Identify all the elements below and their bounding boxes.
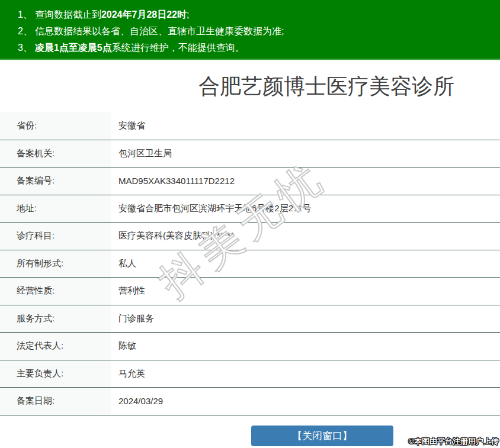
table-row-address: 地址: 安徽省合肥市包河区滨湖环宇天地6号楼2层211号: [0, 195, 500, 223]
field-label: 经营性质:: [0, 278, 111, 305]
record-table: 省份: 安徽省 备案机关: 包河区卫生局 备案编号: MAD95XAK33401…: [0, 112, 500, 415]
field-label: 服务方式:: [0, 305, 111, 333]
field-label: 诊疗科目:: [0, 223, 111, 250]
table-row-province: 省份: 安徽省: [0, 112, 500, 140]
table-row-registration-number: 备案编号: MAD95XAK334011117D2212: [0, 167, 500, 195]
page-title: 合肥艺颜博士医疗美容诊所: [153, 60, 500, 112]
field-value: 马允英: [111, 360, 500, 388]
notice-banner: 1、查询数据截止到2024年7月28日22时; 2、信息数据结果以各省、自治区、…: [0, 0, 500, 60]
table-row-principal-person: 主要负责人: 马允英: [0, 360, 500, 388]
field-value: 门诊服务: [111, 305, 500, 333]
notice-text: ;: [187, 9, 189, 20]
field-value: 安徽省合肥市包河区滨湖环宇天地6号楼2层211号: [111, 195, 500, 223]
field-value: 陈敏: [111, 333, 500, 360]
notice-text-bold: 凌晨1点至凌晨5点: [35, 43, 112, 53]
field-value: 医疗美容科(美容皮肤科)******: [111, 223, 500, 250]
notice-text: 查询数据截止到: [35, 9, 101, 20]
table-row-diagnosis-subjects: 诊疗科目: 医疗美容科(美容皮肤科)******: [0, 223, 500, 250]
field-label: 省份:: [0, 112, 111, 140]
field-label: 备案编号:: [0, 167, 111, 195]
table-row-business-nature: 经营性质: 营利性: [0, 278, 500, 305]
notice-text: 信息数据结果以各省、自治区、直辖市卫生健康委数据为准;: [35, 26, 284, 36]
notice-line-3: 3、凌晨1点至凌晨5点系统进行维护，不能提供查询。: [18, 40, 500, 56]
field-label: 主要负责人:: [0, 360, 111, 388]
field-value: 安徽省: [111, 112, 500, 140]
field-label: 地址:: [0, 195, 111, 223]
notice-number: 2、: [18, 26, 33, 36]
field-value: 营利性: [111, 278, 500, 305]
notice-line-1: 1、查询数据截止到2024年7月28日22时;: [18, 7, 500, 23]
field-value: 2024/03/29: [111, 388, 500, 415]
notice-text-bold: 2024年7月28日22时: [101, 9, 187, 20]
field-value: 私人: [111, 250, 500, 278]
title-section: 合肥艺颜博士医疗美容诊所: [0, 60, 500, 112]
field-label: 法定代表人:: [0, 333, 111, 360]
corner-attribution-watermark: ©本图由平台注册用户上传: [408, 436, 499, 447]
notice-number: 1、: [18, 9, 33, 20]
field-label: 备案日期:: [0, 388, 111, 415]
notice-number: 3、: [18, 43, 33, 53]
notice-line-2: 2、信息数据结果以各省、自治区、直辖市卫生健康委数据为准;: [18, 23, 500, 40]
field-label: 备案机关:: [0, 140, 111, 167]
field-value: 包河区卫生局: [111, 140, 500, 167]
field-label: 所有制形式:: [0, 250, 111, 278]
table-row-registration-date: 备案日期: 2024/03/29: [0, 388, 500, 415]
table-row-legal-representative: 法定代表人: 陈敏: [0, 333, 500, 360]
field-value: MAD95XAK334011117D2212: [111, 167, 500, 195]
close-window-button[interactable]: 【关闭窗口】: [251, 426, 393, 446]
table-row-registration-authority: 备案机关: 包河区卫生局: [0, 140, 500, 168]
table-row-ownership-form: 所有制形式: 私人: [0, 250, 500, 278]
notice-text: 系统进行维护，不能提供查询。: [112, 43, 245, 53]
table-row-service-mode: 服务方式: 门诊服务: [0, 305, 500, 333]
